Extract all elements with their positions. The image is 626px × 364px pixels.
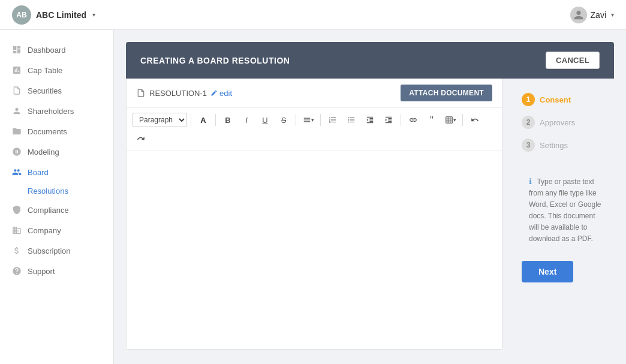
sidebar-label-securities: Securities — [28, 86, 62, 95]
step-2-label: Approvers — [540, 118, 575, 127]
resolution-label: RESOLUTION-1 edit — [136, 88, 232, 98]
sidebar-item-cap-table[interactable]: Cap Table — [0, 60, 113, 80]
sidebar: Dashboard Cap Table Securities Sharehold… — [0, 30, 114, 364]
cancel-button[interactable]: CANCEL — [546, 52, 600, 69]
sidebar-item-modeling[interactable]: Modeling — [0, 142, 113, 162]
sidebar-label-modeling: Modeling — [28, 148, 59, 157]
info-box: ℹ Type or paste text from any file type … — [522, 169, 614, 251]
sidebar-label-company: Company — [28, 226, 61, 235]
link-button[interactable] — [405, 112, 422, 128]
italic-button[interactable]: I — [238, 112, 255, 128]
editor-toolbar: Paragraph Heading 1 Heading 2 Heading 3 … — [127, 108, 502, 151]
sidebar-item-securities[interactable]: Securities — [0, 80, 113, 101]
toolbar-divider-2 — [215, 114, 216, 126]
info-icon: ℹ — [529, 177, 532, 186]
ordered-list-button[interactable] — [324, 112, 341, 128]
sidebar-item-subscription[interactable]: Subscription — [0, 240, 113, 261]
paragraph-select[interactable]: Paragraph Heading 1 Heading 2 Heading 3 — [133, 113, 187, 127]
sidebar-label-board: Board — [28, 168, 49, 177]
sidebar-item-board[interactable]: Board — [0, 162, 113, 182]
edit-label: edit — [219, 89, 232, 98]
user-name: Zavi — [591, 10, 606, 20]
page-header: CREATING A BOARD RESOLUTION CANCEL — [126, 42, 614, 79]
sidebar-item-dashboard[interactable]: Dashboard — [0, 40, 113, 60]
sidebar-item-company[interactable]: Company — [0, 220, 113, 240]
attach-document-button[interactable]: ATTACH DOCUMENT — [401, 85, 492, 101]
sidebar-label-shareholders: Shareholders — [28, 107, 74, 116]
sidebar-sub-resolutions[interactable]: Resolutions — [0, 182, 113, 200]
sidebar-label-documents: Documents — [28, 127, 67, 136]
toolbar-divider-5 — [401, 114, 401, 126]
avatar: AB — [12, 5, 31, 25]
strikethrough-button[interactable]: S — [275, 112, 292, 128]
font-color-button[interactable]: A — [195, 112, 212, 128]
sidebar-label-cap-table: Cap Table — [28, 66, 62, 75]
toolbar-divider-3 — [296, 114, 296, 126]
toolbar-divider-4 — [320, 114, 321, 126]
underline-button[interactable]: U — [257, 112, 273, 128]
editor-content-area[interactable] — [127, 151, 502, 349]
indent-increase-button[interactable] — [380, 112, 397, 128]
step-2-approvers: 2 Approvers — [522, 111, 614, 134]
bold-button[interactable]: B — [219, 112, 236, 128]
step-3-number: 3 — [522, 139, 535, 152]
user-menu[interactable]: Zavi ▾ — [570, 7, 614, 23]
steps-list: 1 Consent 2 Approvers 3 Settings — [522, 88, 614, 157]
sidebar-label-compliance: Compliance — [28, 206, 69, 215]
sidebar-label-subscription: Subscription — [28, 246, 71, 255]
unordered-list-button[interactable] — [343, 112, 360, 128]
toolbar-divider-1 — [191, 114, 191, 126]
right-panel: 1 Consent 2 Approvers 3 Settings ℹ Type … — [512, 79, 614, 350]
align-button[interactable]: ▾ — [300, 112, 317, 128]
toolbar-divider-6 — [462, 114, 463, 126]
table-button[interactable]: ▾ — [442, 112, 459, 128]
editor-container: RESOLUTION-1 edit ATTACH DOCUMENT Paragr… — [126, 79, 502, 350]
sidebar-label-support: Support — [28, 267, 55, 276]
user-avatar-icon — [570, 7, 587, 23]
step-2-number: 2 — [522, 116, 535, 129]
document-row: RESOLUTION-1 edit ATTACH DOCUMENT — [127, 79, 502, 108]
user-chevron-icon: ▾ — [611, 11, 614, 18]
company-name: ABC Limited — [36, 10, 86, 20]
chevron-down-icon: ▾ — [92, 11, 95, 18]
quote-button[interactable]: " — [423, 112, 440, 128]
content-area: CREATING A BOARD RESOLUTION CANCEL RESOL… — [114, 30, 626, 364]
main-layout: Dashboard Cap Table Securities Sharehold… — [0, 30, 626, 364]
step-1-consent: 1 Consent — [522, 88, 614, 111]
step-1-label: Consent — [540, 95, 571, 104]
next-button[interactable]: Next — [522, 261, 573, 282]
sidebar-item-documents[interactable]: Documents — [0, 121, 113, 142]
sidebar-item-shareholders[interactable]: Shareholders — [0, 101, 113, 121]
company-logo[interactable]: AB ABC Limited ▾ — [12, 5, 95, 25]
indent-decrease-button[interactable] — [362, 112, 378, 128]
undo-button[interactable] — [467, 112, 483, 128]
redo-button[interactable] — [133, 130, 149, 147]
step-3-label: Settings — [540, 141, 568, 150]
sidebar-item-support[interactable]: Support — [0, 261, 113, 281]
page-title: CREATING A BOARD RESOLUTION — [140, 56, 290, 65]
edit-link[interactable]: edit — [210, 89, 232, 98]
resolution-name: RESOLUTION-1 — [149, 89, 207, 98]
info-box-text: Type or paste text from any file type li… — [529, 178, 601, 243]
pencil-icon — [210, 89, 218, 97]
document-icon — [136, 88, 146, 98]
sidebar-label-dashboard: Dashboard — [28, 46, 66, 55]
top-nav: AB ABC Limited ▾ Zavi ▾ — [0, 0, 626, 30]
step-3-settings: 3 Settings — [522, 134, 614, 157]
sidebar-item-compliance[interactable]: Compliance — [0, 200, 113, 220]
step-1-number: 1 — [522, 93, 535, 106]
